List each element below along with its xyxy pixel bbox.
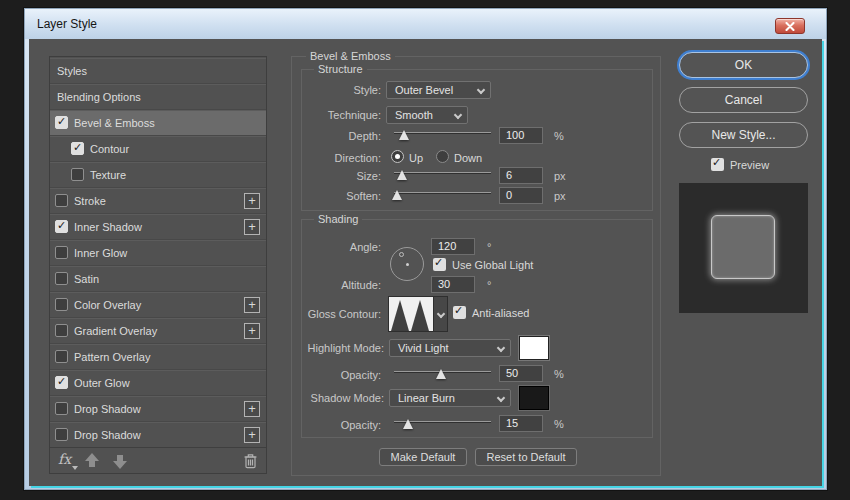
move-effect-down-button[interactable] <box>112 453 128 469</box>
sidebar-item-drop-shadow[interactable]: ✓Drop Shadow+ <box>50 422 266 448</box>
styles-list-toolbar: fx <box>50 447 266 473</box>
angle-dial[interactable] <box>390 247 424 281</box>
sidebar-item-label: Blending Options <box>57 91 141 103</box>
effect-checkbox[interactable]: ✓ <box>55 402 68 415</box>
check-icon: ✓ <box>57 375 66 388</box>
angle-marker <box>399 252 404 257</box>
technique-label: Technique: <box>281 109 381 121</box>
chevron-down-icon <box>477 86 485 94</box>
slider-thumb[interactable] <box>399 130 409 140</box>
highlight-mode-dropdown[interactable]: Vivid Light <box>389 339 511 357</box>
sidebar-item-bevel-emboss[interactable]: ✓Bevel & Emboss <box>50 110 266 136</box>
add-effect-instance-button[interactable]: + <box>244 427 260 443</box>
depth-slider[interactable] <box>394 127 491 141</box>
fx-caret-icon <box>72 466 78 470</box>
shadow-opacity-input[interactable]: 15 <box>499 415 543 432</box>
slider-thumb[interactable] <box>403 419 413 429</box>
sidebar-item-texture[interactable]: ✓Texture <box>50 162 266 188</box>
reset-to-default-button[interactable]: Reset to Default <box>475 448 577 466</box>
sidebar-item-label: Satin <box>74 273 99 285</box>
slider-thumb[interactable] <box>397 170 407 180</box>
sidebar-item-blending-options[interactable]: Blending Options <box>50 84 266 110</box>
sidebar-item-contour[interactable]: ✓Contour <box>50 136 266 162</box>
style-dropdown[interactable]: Outer Bevel <box>386 81 491 99</box>
add-effect-instance-button[interactable]: + <box>244 297 260 313</box>
effect-checkbox[interactable]: ✓ <box>55 324 68 337</box>
effect-checkbox[interactable]: ✓ <box>55 298 68 311</box>
anti-aliased-checkbox[interactable]: ✓ <box>453 306 466 319</box>
effect-checkbox[interactable]: ✓ <box>55 428 68 441</box>
sidebar-item-label: Inner Glow <box>74 247 127 259</box>
add-effect-instance-button[interactable]: + <box>244 323 260 339</box>
sidebar-item-satin[interactable]: ✓Satin <box>50 266 266 292</box>
technique-dropdown[interactable]: Smooth <box>386 106 468 124</box>
effect-checkbox[interactable]: ✓ <box>55 194 68 207</box>
sidebar-item-stroke[interactable]: ✓Stroke+ <box>50 188 266 214</box>
altitude-input[interactable]: 30 <box>431 276 475 293</box>
fx-menu-button[interactable]: fx <box>58 451 71 467</box>
delete-effect-button[interactable] <box>243 452 259 470</box>
shadow-mode-dropdown[interactable]: Linear Burn <box>389 389 511 407</box>
depth-input[interactable]: 100 <box>499 127 543 144</box>
check-icon: ✓ <box>73 141 82 154</box>
effect-checkbox[interactable]: ✓ <box>55 220 68 233</box>
styles-list-panel: StylesBlending Options✓Bevel & Emboss✓Co… <box>49 56 267 474</box>
sidebar-item-label: Outer Glow <box>74 377 130 389</box>
sidebar-item-pattern-overlay[interactable]: ✓Pattern Overlay <box>50 344 266 370</box>
make-default-button[interactable]: Make Default <box>379 448 467 466</box>
chevron-down-icon <box>497 344 505 352</box>
sidebar-item-drop-shadow[interactable]: ✓Drop Shadow+ <box>50 396 266 422</box>
effect-checkbox[interactable]: ✓ <box>71 168 84 181</box>
slider-thumb[interactable] <box>392 190 402 200</box>
direction-down-radio[interactable] <box>436 150 449 163</box>
sidebar-item-inner-glow[interactable]: ✓Inner Glow <box>50 240 266 266</box>
move-effect-up-button[interactable] <box>84 453 100 469</box>
soften-slider[interactable] <box>394 187 491 201</box>
soften-input[interactable]: 0 <box>499 187 543 204</box>
add-effect-instance-button[interactable]: + <box>244 193 260 209</box>
highlight-opacity-input[interactable]: 50 <box>499 365 543 382</box>
altitude-label: Altitude: <box>281 279 381 291</box>
angle-input[interactable]: 120 <box>431 238 475 255</box>
contour-dropdown-arrow[interactable] <box>433 297 447 331</box>
sidebar-item-outer-glow[interactable]: ✓Outer Glow <box>50 370 266 396</box>
effect-checkbox[interactable]: ✓ <box>71 142 84 155</box>
ok-button[interactable]: OK <box>679 52 808 78</box>
highlight-color-swatch[interactable] <box>519 336 549 360</box>
new-style-button[interactable]: New Style... <box>679 122 808 148</box>
highlight-opacity-label: Opacity: <box>281 369 381 381</box>
direction-up-radio[interactable] <box>391 150 404 163</box>
cancel-button[interactable]: Cancel <box>679 87 808 113</box>
trash-icon <box>243 452 258 469</box>
add-effect-instance-button[interactable]: + <box>244 219 260 235</box>
effect-checkbox[interactable]: ✓ <box>55 376 68 389</box>
highlight-opacity-slider[interactable] <box>394 366 491 380</box>
gloss-contour-picker[interactable] <box>388 296 448 332</box>
check-icon: ✓ <box>57 219 66 232</box>
add-effect-instance-button[interactable]: + <box>244 401 260 417</box>
preview-checkbox[interactable]: ✓ <box>711 158 724 171</box>
sidebar-item-gradient-overlay[interactable]: ✓Gradient Overlay+ <box>50 318 266 344</box>
close-button[interactable] <box>775 18 805 34</box>
highlight-mode-label: Highlight Mode: <box>274 342 384 354</box>
size-slider[interactable] <box>394 167 491 181</box>
sidebar-item-styles[interactable]: Styles <box>50 58 266 84</box>
use-global-light-checkbox[interactable]: ✓ <box>433 258 446 271</box>
direction-label: Direction: <box>281 152 381 164</box>
shadow-color-swatch[interactable] <box>519 386 549 410</box>
sidebar-item-color-overlay[interactable]: ✓Color Overlay+ <box>50 292 266 318</box>
effect-checkbox[interactable]: ✓ <box>55 272 68 285</box>
close-icon <box>785 22 795 31</box>
size-input[interactable]: 6 <box>499 167 543 184</box>
effect-checkbox[interactable]: ✓ <box>55 116 68 129</box>
titlebar[interactable]: Layer Style <box>25 9 826 39</box>
dialog-title: Layer Style <box>37 9 97 39</box>
sidebar-item-label: Contour <box>90 143 129 155</box>
slider-thumb[interactable] <box>436 369 446 379</box>
effect-checkbox[interactable]: ✓ <box>55 246 68 259</box>
preview-label: Preview <box>730 159 769 171</box>
gloss-contour-label: Gloss Contour: <box>271 308 381 320</box>
effect-checkbox[interactable]: ✓ <box>55 350 68 363</box>
sidebar-item-inner-shadow[interactable]: ✓Inner Shadow+ <box>50 214 266 240</box>
shadow-opacity-slider[interactable] <box>394 416 491 430</box>
